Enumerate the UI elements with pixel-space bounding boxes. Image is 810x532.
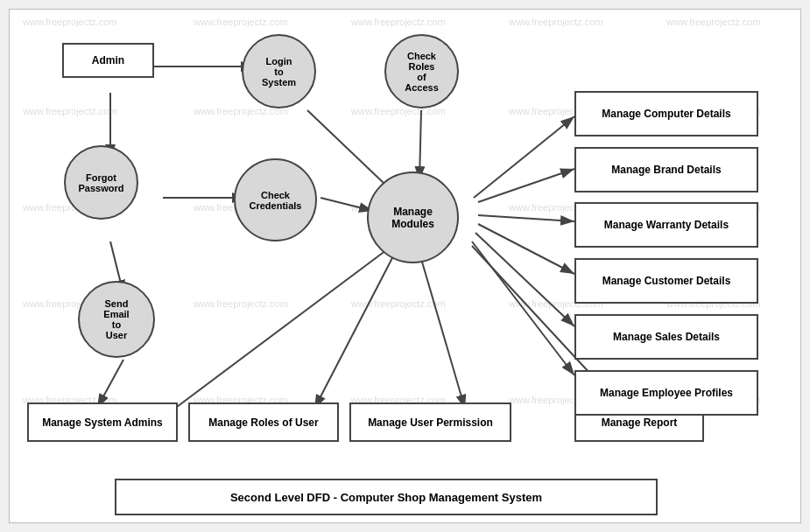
svg-line-16 [475,233,574,326]
diagram-container: www.freeprojectz.com www.freeprojectz.co… [9,9,801,523]
svg-line-13 [478,169,574,202]
svg-line-11 [419,253,465,409]
manage-employee-box: Manage Employee Profiles [574,370,758,416]
svg-line-6 [320,198,373,211]
check-roles-circle: Check Roles of Access [384,34,459,108]
svg-line-8 [97,360,123,408]
svg-line-14 [478,215,574,221]
manage-sys-admins-box: Manage System Admins [27,402,178,442]
manage-roles-box: Manage Roles of User [188,402,339,442]
forgot-password-circle: Forgot Password [64,145,138,220]
manage-computer-box: Manage Computer Details [574,91,758,136]
manage-customer-box: Manage Customer Details [574,258,758,304]
manage-user-perm-box: Manage User Permission [349,402,511,442]
admin-box: Admin [62,43,154,78]
manage-modules-circle: Manage Modules [367,172,459,263]
manage-brand-box: Manage Brand Details [574,147,758,192]
svg-line-3 [419,110,421,180]
login-circle: Login to System [242,34,316,108]
send-email-circle: Send Email to User [78,281,155,358]
manage-sales-box: Manage Sales Details [574,314,758,360]
check-credentials-circle: Check Credentials [234,158,317,242]
title-box: Second Level DFD - Computer Shop Managem… [115,479,658,515]
manage-warranty-box: Manage Warranty Details [574,202,758,248]
svg-line-10 [314,253,395,409]
